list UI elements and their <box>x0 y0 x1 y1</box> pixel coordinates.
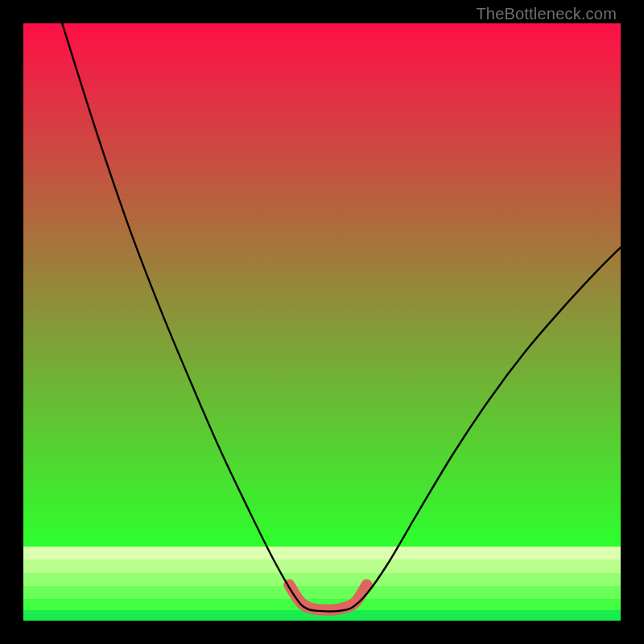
chart-frame: TheBottleneck.com <box>0 0 644 644</box>
chart-svg <box>23 23 621 621</box>
series-bottleneck-curve <box>62 23 621 612</box>
watermark-text: TheBottleneck.com <box>476 5 617 23</box>
plot-area <box>23 23 621 621</box>
